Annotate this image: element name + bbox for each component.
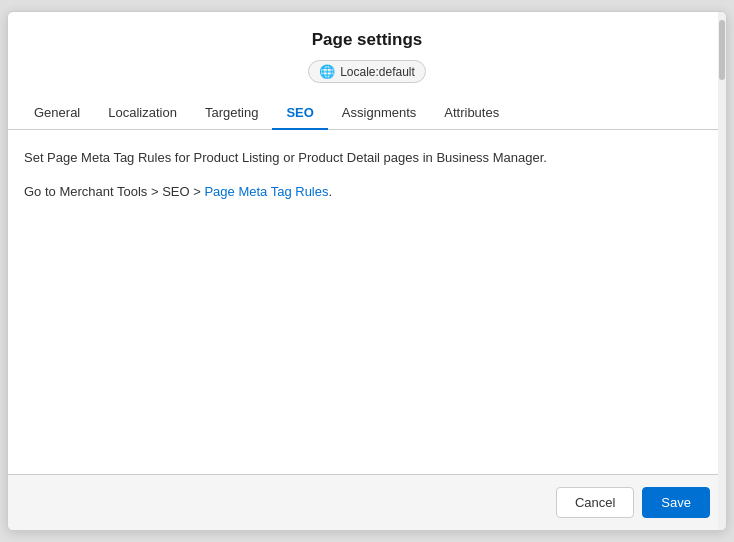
globe-icon: 🌐: [319, 64, 335, 79]
tab-general[interactable]: General: [20, 97, 94, 130]
scrollbar-track: [718, 12, 726, 530]
modal-header: Page settings 🌐 Locale:default: [8, 12, 726, 93]
tab-seo[interactable]: SEO: [272, 97, 327, 130]
tab-targeting[interactable]: Targeting: [191, 97, 272, 130]
seo-description: Set Page Meta Tag Rules for Product List…: [24, 148, 710, 168]
link-prefix: Go to Merchant Tools > SEO >: [24, 184, 204, 199]
tab-bar: General Localization Targeting SEO Assig…: [8, 97, 726, 130]
tab-content-seo: Set Page Meta Tag Rules for Product List…: [8, 130, 726, 474]
save-button[interactable]: Save: [642, 487, 710, 518]
modal-footer: Cancel Save: [8, 474, 726, 530]
tab-attributes[interactable]: Attributes: [430, 97, 513, 130]
page-settings-modal: Page settings 🌐 Locale:default General L…: [7, 11, 727, 531]
page-meta-tag-rules-link[interactable]: Page Meta Tag Rules: [204, 184, 328, 199]
locale-label: Locale:default: [340, 65, 415, 79]
tab-localization[interactable]: Localization: [94, 97, 191, 130]
tab-assignments[interactable]: Assignments: [328, 97, 430, 130]
modal-title: Page settings: [28, 30, 706, 50]
cancel-button[interactable]: Cancel: [556, 487, 634, 518]
locale-badge[interactable]: 🌐 Locale:default: [308, 60, 426, 83]
scrollbar-thumb[interactable]: [719, 20, 725, 80]
seo-link-line: Go to Merchant Tools > SEO > Page Meta T…: [24, 182, 710, 202]
link-suffix: .: [328, 184, 332, 199]
